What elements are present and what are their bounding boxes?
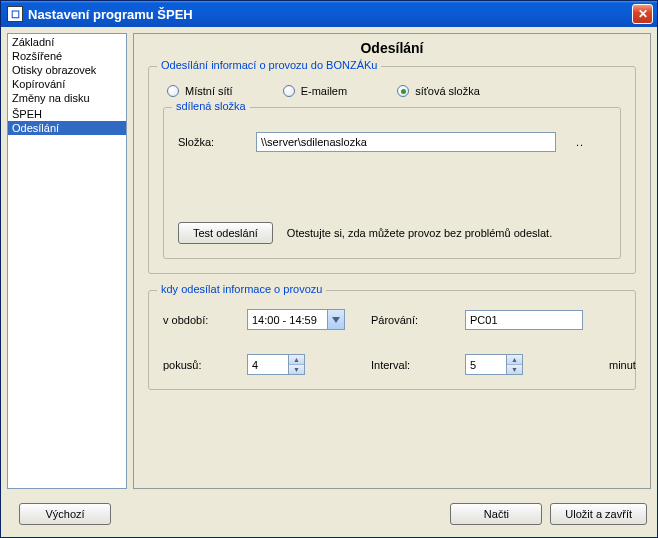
- schedule-group: kdy odesílat informace o provozu v obdob…: [148, 290, 636, 390]
- interval-unit: minut: [609, 359, 636, 371]
- sidebar-item-screenshots[interactable]: Otisky obrazovek: [8, 63, 126, 77]
- folder-row: Složka: ..: [178, 132, 606, 152]
- close-button[interactable]: ✕: [632, 4, 653, 24]
- radio-icon: [397, 85, 409, 97]
- spinner-buttons[interactable]: ▲ ▼: [288, 355, 304, 374]
- client-area: Základní Rozšířené Otisky obrazovek Kopí…: [1, 27, 657, 495]
- radio-icon: [167, 85, 179, 97]
- browse-button[interactable]: ..: [576, 136, 584, 148]
- main-panel: Odesílání Odesílání informací o provozu …: [133, 33, 651, 489]
- pair-input[interactable]: [465, 310, 583, 330]
- radio-network-share[interactable]: síťová složka: [397, 85, 480, 97]
- chevron-down-icon: ▼: [289, 365, 304, 374]
- period-label: v období:: [163, 314, 233, 326]
- period-combo[interactable]: 14:00 - 14:59: [247, 309, 345, 330]
- page-title: Odesílání: [148, 40, 636, 56]
- radio-label: E-mailem: [301, 85, 347, 97]
- window-title: Nastavení programu ŠPEH: [28, 7, 632, 22]
- load-button[interactable]: Načti: [450, 503, 542, 525]
- interval-label: Interval:: [371, 359, 451, 371]
- app-icon: ☐: [7, 6, 23, 22]
- period-value: 14:00 - 14:59: [248, 310, 327, 329]
- close-icon: ✕: [638, 7, 648, 21]
- folder-label: Složka:: [178, 136, 242, 148]
- transport-group: Odesílání informací o provozu do BONZÁKu…: [148, 66, 636, 274]
- category-sidebar[interactable]: Základní Rozšířené Otisky obrazovek Kopí…: [7, 33, 127, 489]
- test-send-button[interactable]: Test odeslání: [178, 222, 273, 244]
- spinner-buttons[interactable]: ▲ ▼: [506, 355, 522, 374]
- sidebar-item-basic[interactable]: Základní: [8, 35, 126, 49]
- tries-value: 4: [248, 355, 288, 374]
- pair-label: Párování:: [371, 314, 451, 326]
- interval-spinner[interactable]: 5 ▲ ▼: [465, 354, 523, 375]
- radio-label: Místní sítí: [185, 85, 233, 97]
- interval-value: 5: [466, 355, 506, 374]
- sidebar-item-advanced[interactable]: Rozšířené: [8, 49, 126, 63]
- radio-icon: [283, 85, 295, 97]
- chevron-up-icon: ▲: [289, 355, 304, 365]
- test-row: Test odeslání Otestujte si, zda můžete p…: [178, 222, 606, 244]
- sidebar-item-diskchanges[interactable]: Změny na disku: [8, 91, 126, 105]
- folder-input[interactable]: [256, 132, 556, 152]
- share-legend: sdílená složka: [172, 100, 250, 112]
- sidebar-item-speh[interactable]: ŠPEH: [8, 107, 126, 121]
- schedule-legend: kdy odesílat informace o provozu: [157, 283, 326, 295]
- chevron-up-icon: ▲: [507, 355, 522, 365]
- schedule-grid: v období: 14:00 - 14:59 Párování: pokusů…: [163, 309, 621, 375]
- interval-wrap: 5 ▲ ▼: [465, 354, 595, 375]
- chevron-down-icon: [327, 310, 344, 329]
- sidebar-item-copying[interactable]: Kopírování: [8, 77, 126, 91]
- titlebar: ☐ Nastavení programu ŠPEH ✕: [1, 1, 657, 27]
- chevron-down-icon: ▼: [507, 365, 522, 374]
- defaults-button[interactable]: Výchozí: [19, 503, 111, 525]
- footer: Výchozí Načti Uložit a zavřít: [1, 495, 657, 537]
- transport-legend: Odesílání informací o provozu do BONZÁKu: [157, 59, 381, 71]
- test-hint: Otestujte si, zda můžete provoz bez prob…: [287, 227, 552, 239]
- radio-email[interactable]: E-mailem: [283, 85, 347, 97]
- sidebar-item-sending[interactable]: Odesílání: [8, 121, 126, 135]
- tries-spinner[interactable]: 4 ▲ ▼: [247, 354, 305, 375]
- share-group: sdílená složka Složka: .. Test odeslání …: [163, 107, 621, 259]
- settings-window: ☐ Nastavení programu ŠPEH ✕ Základní Roz…: [0, 0, 658, 538]
- save-close-button[interactable]: Uložit a zavřít: [550, 503, 647, 525]
- radio-local-network[interactable]: Místní sítí: [167, 85, 233, 97]
- tries-label: pokusů:: [163, 359, 233, 371]
- radio-label: síťová složka: [415, 85, 480, 97]
